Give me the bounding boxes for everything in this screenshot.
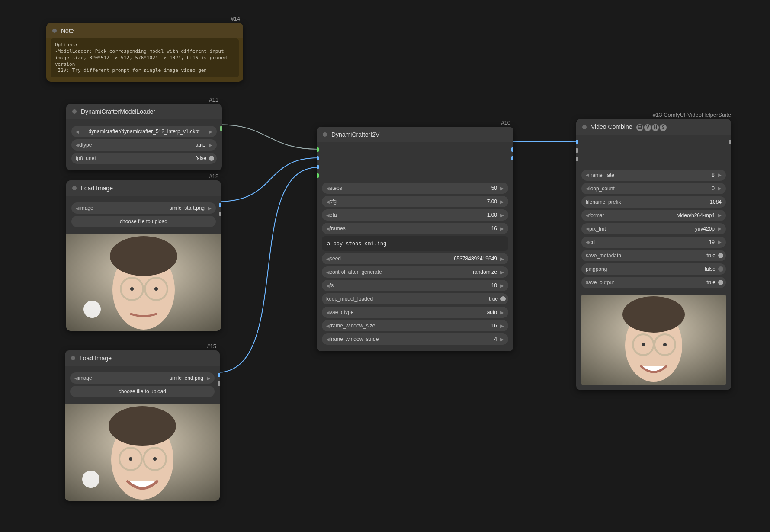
input-port-audio[interactable]	[576, 148, 578, 153]
input-port-image[interactable]	[317, 156, 319, 160]
keep-model-loaded-toggle[interactable]: keep_model_loadedtrue	[322, 293, 508, 304]
input-port-image2[interactable]	[317, 165, 319, 169]
prompt-textarea[interactable]: a boy stops smiling	[322, 236, 508, 251]
cfg-input[interactable]: ◀cfg7.00▶	[322, 196, 508, 207]
collapse-dot-icon[interactable]	[71, 356, 75, 360]
collapse-dot-icon[interactable]	[72, 186, 77, 190]
steps-input[interactable]: ◀steps50▶	[322, 183, 508, 194]
image-select[interactable]: ◀ image smile_end.png ▶	[70, 372, 215, 384]
output-port-model[interactable]	[220, 126, 222, 131]
note-content[interactable]: Options: -ModelLoader: Pick correspondin…	[51, 38, 239, 77]
chevron-left-icon[interactable]: ◀	[76, 206, 79, 211]
chevron-right-icon[interactable]: ▶	[208, 206, 212, 211]
output-port-filenames[interactable]	[729, 140, 731, 144]
vae-dtype-select[interactable]: ◀vae_dtypeauto▶	[322, 307, 508, 318]
chevron-left-icon[interactable]: ◀	[586, 226, 589, 231]
chevron-right-icon[interactable]: ▶	[718, 186, 722, 191]
frames-input[interactable]: ◀frames16▶	[322, 223, 508, 234]
frame-rate-input[interactable]: ◀frame_rate8▶	[581, 170, 726, 181]
note-node[interactable]: Note Options: -ModelLoader: Pick corresp…	[46, 23, 243, 82]
collapse-dot-icon[interactable]	[582, 125, 587, 129]
input-port-extra[interactable]	[317, 173, 319, 178]
chevron-right-icon[interactable]: ▶	[500, 199, 504, 204]
control-after-generate-select[interactable]: ◀control_after_generaterandomize▶	[322, 266, 508, 278]
chevron-left-icon[interactable]: ◀	[326, 256, 330, 261]
chevron-left-icon[interactable]: ◀	[326, 213, 330, 218]
node-header[interactable]: Video Combine 🎞 V H S	[576, 119, 731, 135]
chevron-left-icon[interactable]: ◀	[586, 173, 589, 177]
save-output-toggle[interactable]: save_outputtrue	[581, 277, 726, 288]
collapse-dot-icon[interactable]	[72, 109, 77, 114]
chevron-left-icon[interactable]: ◀	[326, 283, 330, 288]
chevron-right-icon[interactable]: ▶	[209, 143, 212, 147]
eta-input[interactable]: ◀eta1.00▶	[322, 209, 508, 221]
node-header[interactable]: DynamiCrafterModelLoader	[66, 104, 222, 119]
input-port-meta[interactable]	[576, 157, 578, 161]
chevron-right-icon[interactable]: ▶	[207, 376, 210, 381]
output-port-images[interactable]	[511, 147, 513, 152]
frame-window-size-input[interactable]: ◀frame_window_size16▶	[322, 320, 508, 331]
chevron-left-icon[interactable]: ◀	[586, 213, 589, 218]
chevron-right-icon[interactable]: ▶	[500, 270, 504, 275]
chevron-right-icon[interactable]: ▶	[500, 226, 504, 231]
chevron-right-icon[interactable]: ▶	[500, 186, 504, 191]
pix-fmt-select[interactable]: ◀pix_fmtyuv420p▶	[581, 223, 726, 234]
chevron-left-icon[interactable]: ◀	[326, 270, 330, 275]
output-port-mask[interactable]	[219, 212, 221, 216]
chevron-right-icon[interactable]: ▶	[718, 213, 722, 218]
chevron-left-icon[interactable]: ◀	[76, 143, 79, 147]
upload-button[interactable]: choose file to upload	[70, 386, 215, 397]
chevron-right-icon[interactable]: ▶	[718, 226, 722, 231]
output-port-image[interactable]	[218, 373, 220, 377]
chevron-left-icon[interactable]: ◀	[74, 376, 78, 381]
chevron-right-icon[interactable]: ▶	[500, 337, 504, 342]
input-port-model[interactable]	[317, 147, 319, 152]
filename-prefix-input[interactable]: filename_prefix1084	[581, 196, 726, 208]
chevron-right-icon[interactable]: ▶	[500, 213, 504, 218]
i2v-node[interactable]: DynamiCrafterI2V ◀steps50▶ ◀cfg7.00▶ ◀et…	[317, 127, 513, 351]
chevron-left-icon[interactable]: ◀	[326, 226, 330, 231]
model-select[interactable]: ◀ dynamicrafter/dynamicrafter_512_interp…	[71, 126, 217, 137]
node-header[interactable]: Load Image	[65, 350, 220, 366]
chevron-right-icon[interactable]: ▶	[500, 310, 504, 315]
load-image-node-2[interactable]: Load Image ◀ image smile_end.png ▶ choos…	[65, 350, 220, 501]
image-select[interactable]: ◀ image smile_start.png ▶	[71, 202, 216, 214]
chevron-right-icon[interactable]: ▶	[718, 173, 722, 177]
chevron-left-icon[interactable]: ◀	[586, 240, 589, 244]
chevron-right-icon[interactable]: ▶	[500, 256, 504, 261]
chevron-right-icon[interactable]: ▶	[500, 324, 504, 328]
output-port-image[interactable]	[219, 203, 221, 207]
node-header[interactable]: Note	[46, 23, 243, 38]
fs-input[interactable]: ◀fs10▶	[322, 280, 508, 291]
chevron-left-icon[interactable]: ◀	[586, 186, 589, 191]
video-combine-node[interactable]: Video Combine 🎞 V H S ◀frame_rate8▶ ◀loo…	[576, 119, 731, 390]
output-port-mask[interactable]	[218, 381, 220, 386]
fp8-toggle[interactable]: fp8_unet false	[71, 153, 217, 164]
chevron-right-icon[interactable]: ▶	[500, 283, 504, 288]
upload-button[interactable]: choose file to upload	[71, 216, 216, 227]
chevron-right-icon[interactable]: ▶	[209, 129, 212, 134]
load-image-node-1[interactable]: Load Image ◀ image smile_start.png ▶ cho…	[66, 180, 221, 331]
chevron-left-icon[interactable]: ◀	[326, 324, 330, 328]
loop-count-input[interactable]: ◀loop_count0▶	[581, 183, 726, 194]
chevron-left-icon[interactable]: ◀	[326, 199, 330, 204]
model-loader-node[interactable]: DynamiCrafterModelLoader ◀ dynamicrafter…	[66, 104, 222, 170]
crf-input[interactable]: ◀crf19▶	[581, 237, 726, 248]
seed-input[interactable]: ◀seed653784892419649▶	[322, 253, 508, 264]
input-port-images[interactable]	[576, 140, 578, 144]
chevron-left-icon[interactable]: ◀	[326, 186, 330, 191]
collapse-dot-icon[interactable]	[52, 29, 57, 33]
node-header[interactable]: DynamiCrafterI2V	[317, 127, 513, 142]
chevron-left-icon[interactable]: ◀	[326, 310, 330, 315]
chevron-left-icon[interactable]: ◀	[326, 337, 330, 342]
save-metadata-toggle[interactable]: save_metadatatrue	[581, 250, 726, 261]
node-header[interactable]: Load Image	[66, 180, 221, 196]
chevron-left-icon[interactable]: ◀	[76, 129, 79, 134]
collapse-dot-icon[interactable]	[323, 132, 327, 137]
dtype-select[interactable]: ◀ dtype auto ▶	[71, 139, 217, 151]
output-port-latents[interactable]	[511, 156, 513, 160]
chevron-right-icon[interactable]: ▶	[718, 240, 722, 244]
pingpong-toggle[interactable]: pingpongfalse	[581, 263, 726, 275]
format-select[interactable]: ◀formatvideo/h264-mp4▶	[581, 210, 726, 221]
frame-window-stride-input[interactable]: ◀frame_window_stride4▶	[322, 333, 508, 345]
